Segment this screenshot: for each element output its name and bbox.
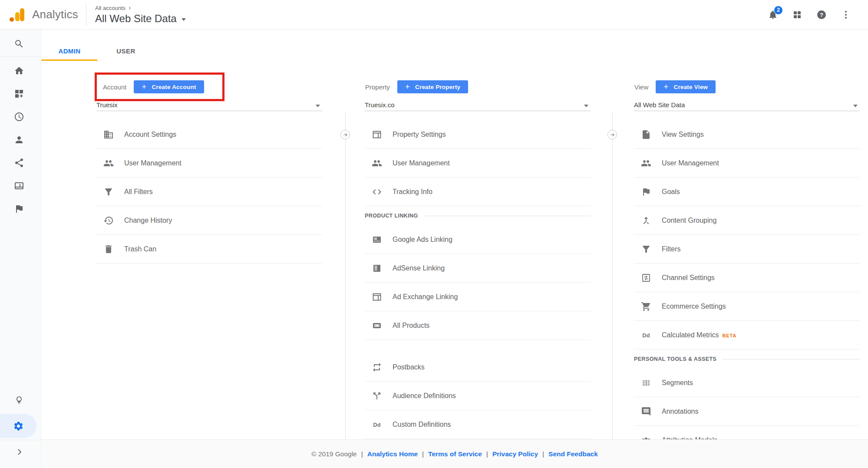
admin-content: ADMIN USER Account + Create Account True… [41,30,868,468]
list-item-label: Change History [124,217,172,224]
code-icon [372,187,382,197]
create-account-button[interactable]: + Create Account [134,80,204,93]
more-menu-button[interactable] [840,9,851,20]
list-item[interactable]: Filters [634,235,860,264]
sidebar-item-audience[interactable] [0,128,38,151]
list-item[interactable]: Property Settings [365,120,591,149]
list-item-label: Calculated Metrics [662,331,719,339]
svg-text:Dd: Dd [373,421,380,428]
notifications-button[interactable]: 2 [767,9,779,20]
list-item[interactable]: Segments [634,369,860,397]
product-name: Analytics [32,8,78,21]
expand-view-button[interactable] [607,130,617,139]
funnel-icon [641,244,651,254]
list-item[interactable]: DdCalculated MetricsBETA [634,321,860,349]
list-item[interactable]: Google Ads Linking [365,225,591,254]
list-item[interactable]: Ad Exchange Linking [365,283,591,311]
footer-link-terms[interactable]: Terms of Service [428,450,482,458]
help-button[interactable]: ? [816,9,827,20]
ads-card-icon [372,234,382,245]
sidebar-item-discover[interactable] [0,388,38,411]
channel-icon [641,273,651,283]
sidebar-main-group [0,59,38,220]
audience-person-icon [14,135,24,145]
sidebar-item-customization[interactable] [0,82,38,105]
view-column-label: View [634,83,648,91]
plus-icon: + [142,82,146,91]
caret-down-icon [182,18,186,21]
sidebar-item-behavior[interactable] [0,174,38,197]
list-item[interactable]: Goals [634,178,860,206]
list-item-label: Google Ads Linking [393,236,452,244]
apps-grid-button[interactable] [792,9,803,20]
account-column: Account + Create Account Truesix Account… [96,30,322,439]
sidebar-item-conversions[interactable] [0,197,38,220]
arrow-right-icon [343,132,348,138]
repeat-arrows-icon [372,362,382,372]
cart-icon [641,301,651,312]
column-list-view: View SettingsUser ManagementGoalsContent… [634,120,860,439]
list-item[interactable]: AdSense Linking [365,254,591,283]
link-icon [372,320,382,331]
svg-text:?: ? [820,12,823,18]
account-picker: All accounts › All Web Site Data [86,0,186,29]
caret-down-icon [316,105,320,107]
sidebar-item-admin-active[interactable] [0,414,36,438]
list-item[interactable]: Audience Definitions [365,382,591,410]
property-selector-dropdown[interactable]: Truesix.co [365,99,591,111]
tab-admin[interactable]: ADMIN [41,41,98,61]
sidebar-collapse-button[interactable] [0,440,38,463]
list-item[interactable]: User Management [365,149,591,178]
dd-icon: Dd [372,419,382,430]
sidebar-item-acquisition[interactable] [0,151,38,174]
analytics-logo[interactable]: Analytics [0,7,86,23]
account-selector-dropdown[interactable]: Truesix [96,99,322,111]
history-icon [103,215,114,226]
list-item[interactable]: Tracking Info [365,178,591,206]
header-actions: 2 ? [767,9,868,20]
footer-link-privacy[interactable]: Privacy Policy [492,450,538,458]
attribution-icon [641,435,651,440]
list-item[interactable]: Account Settings [96,120,322,149]
list-item-label: Channel Settings [662,274,715,282]
create-view-button[interactable]: + Create View [656,80,716,93]
list-item[interactable]: View Settings [634,120,860,149]
view-selector-dropdown[interactable]: All Web Site Data [634,99,860,111]
property-selector[interactable]: All Web Site Data [95,13,186,25]
list-item[interactable]: Postbacks [365,353,591,382]
sidebar-item-realtime[interactable] [0,105,38,128]
tab-user[interactable]: USER [98,41,154,61]
search-icon [14,39,24,49]
list-item[interactable]: Content Grouping [634,206,860,235]
breadcrumb[interactable]: All accounts › [95,4,186,11]
sidebar-item-home[interactable] [0,59,38,82]
sidebar-item-search[interactable] [0,32,38,55]
list-item[interactable]: All Filters [96,178,322,206]
expand-property-button[interactable] [340,130,350,139]
list-item-label: Audience Definitions [393,392,456,400]
list-item-label: User Management [393,159,450,167]
dd-icon: Dd [641,330,651,340]
column-list-account: Account SettingsUser ManagementAll Filte… [96,120,322,264]
list-item[interactable]: Annotations [634,397,860,426]
list-item[interactable]: Change History [96,206,322,235]
account-column-label: Account [103,83,126,91]
list-item-label: Ecommerce Settings [662,303,726,310]
footer-link-feedback[interactable]: Send Feedback [548,450,598,458]
list-item[interactable]: Ecommerce Settings [634,292,860,321]
red-highlight-box: Account + Create Account [95,73,224,101]
footer-link-analytics-home[interactable]: Analytics Home [367,450,418,458]
list-item-label: All Products [393,322,429,330]
realtime-clock-icon [14,112,24,122]
customization-grid-icon [14,89,24,99]
list-item[interactable]: Attribution Models [634,426,860,439]
list-item[interactable]: Channel Settings [634,264,860,292]
list-item[interactable]: All Products [365,311,591,340]
list-item[interactable]: User Management [634,149,860,178]
merge-icon [641,215,651,226]
list-item[interactable]: User Management [96,149,322,178]
create-property-button[interactable]: + Create Property [397,80,469,93]
list-item[interactable]: Trash Can [96,235,322,264]
list-item-label: Goals [662,188,680,196]
list-item[interactable]: DdCustom Definitions [365,410,591,439]
